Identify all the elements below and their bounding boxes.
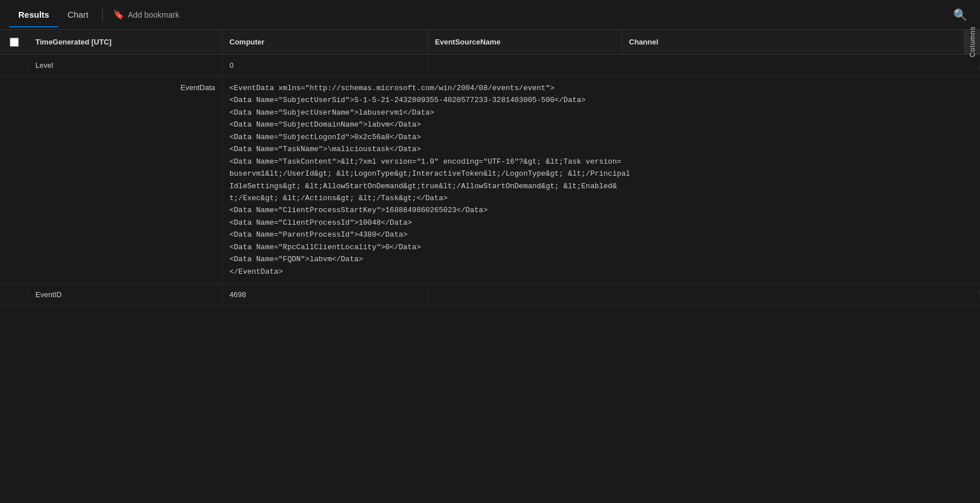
row-eventsource-cell xyxy=(428,61,622,70)
eventdata-line: <EventData xmlns="http://schemas.microso… xyxy=(229,82,973,94)
eventdata-line: <Data Name="SubjectUserName">labuservm1<… xyxy=(229,107,973,119)
row-label-cell xyxy=(0,290,29,299)
row-channel-cell xyxy=(622,61,980,70)
columns-label: Columns xyxy=(969,26,977,57)
column-header-time: TimeGenerated [UTC] xyxy=(29,30,223,54)
eventdata-label: EventData xyxy=(0,76,223,283)
eventdata-line: <Data Name="RpcCallClientLocality">0</Da… xyxy=(229,241,973,253)
eventdata-line: t;/Exec&gt; &lt;/Actions&gt; &lt;/Task&g… xyxy=(229,192,973,204)
tabs-bar: Results Chart 🔖 Add bookmark 🔍 xyxy=(0,0,980,30)
table-row-eventdata: EventData <EventData xmlns="http://schem… xyxy=(0,76,980,284)
column-header-channel: Channel xyxy=(622,30,980,54)
eventdata-line: IdleSettings&gt; &lt;AllowStartOnDemand&… xyxy=(229,180,973,192)
tab-divider xyxy=(102,8,103,22)
row-field-label: Level xyxy=(29,56,223,74)
select-all-checkbox-cell xyxy=(0,38,29,47)
eventdata-line: <Data Name="SubjectLogonId">0x2c56a8</Da… xyxy=(229,131,973,143)
bookmark-label: Add bookmark xyxy=(128,10,179,19)
columns-sidebar-button[interactable]: Columns xyxy=(964,30,980,54)
column-header-computer: Computer xyxy=(223,30,428,54)
table-row-eventid: EventID 4698 xyxy=(0,284,980,306)
row-eventid-eventsource xyxy=(428,290,622,299)
row-eventid-value: 4698 xyxy=(223,286,428,303)
eventdata-line: buservm1&lt;/UserId&gt; &lt;LogonType&gt… xyxy=(229,168,973,180)
eventdata-line: <Data Name="ClientProcessStartKey">16888… xyxy=(229,204,973,216)
table-row: Level 0 xyxy=(0,55,980,76)
column-header-eventsource: EventSourceName xyxy=(428,30,622,54)
bookmark-icon: 🔖 xyxy=(113,9,124,20)
row-field-value: 0 xyxy=(223,56,428,74)
eventdata-line: <Data Name="SubjectUserSid">S-1-5-21-243… xyxy=(229,94,973,106)
eventdata-line: <Data Name="ClientProcessId">10048</Data… xyxy=(229,217,973,229)
row-eventid-channel xyxy=(622,290,980,299)
row-eventid-label: EventID xyxy=(29,286,223,303)
table-body: Level 0 EventData <EventData xmlns="http… xyxy=(0,55,980,503)
eventdata-line: <Data Name="ParentProcessId">4380</Data> xyxy=(229,229,973,241)
add-bookmark-button[interactable]: 🔖 Add bookmark xyxy=(107,6,185,23)
eventdata-line: <Data Name="TaskName">\malicioustask</Da… xyxy=(229,143,973,155)
table-header: TimeGenerated [UTC] Computer EventSource… xyxy=(0,30,980,55)
tab-results[interactable]: Results xyxy=(9,2,58,27)
search-button[interactable]: 🔍 xyxy=(950,5,971,25)
eventdata-line: <Data Name="SubjectDomainName">labvm</Da… xyxy=(229,119,973,131)
eventdata-line: <Data Name="FQDN">labvm</Data> xyxy=(229,253,973,265)
row-label-cell xyxy=(0,61,29,70)
eventdata-content: <EventData xmlns="http://schemas.microso… xyxy=(223,76,980,283)
eventdata-line: <Data Name="TaskContent">&lt;?xml versio… xyxy=(229,156,973,168)
eventdata-line: </EventData> xyxy=(229,266,973,278)
tab-chart[interactable]: Chart xyxy=(58,2,98,27)
select-all-checkbox[interactable] xyxy=(10,38,19,47)
